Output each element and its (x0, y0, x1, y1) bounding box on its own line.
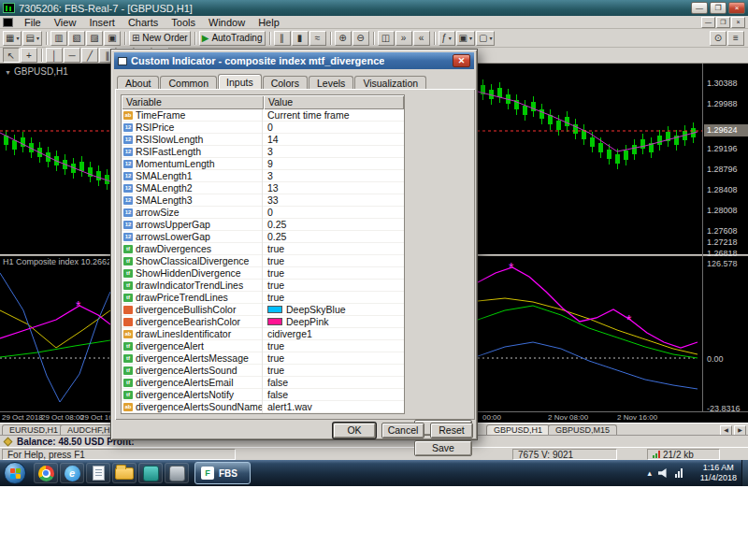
gray-app-taskbar-button[interactable] (165, 463, 189, 483)
cancel-button[interactable]: Cancel (381, 423, 424, 438)
line-chart-button[interactable]: ≈ (309, 31, 326, 46)
param-value-cell[interactable]: true (263, 255, 404, 267)
more-tools-button[interactable]: ≡ (727, 31, 744, 46)
menu-window[interactable]: Window (202, 16, 252, 29)
param-value-cell[interactable]: 0.25 (263, 231, 404, 243)
chart-window-icon[interactable] (3, 18, 13, 27)
param-row[interactable]: tfShowClassicalDivergencetrue (122, 255, 404, 267)
param-row[interactable]: abdivergenceAlertsSoundNamealert1.wav (122, 401, 404, 413)
terminal-button[interactable]: ▣ (104, 31, 121, 46)
bar-chart-button[interactable]: ∥ (274, 31, 291, 46)
param-value-cell[interactable]: DeepPink (263, 316, 404, 328)
param-value-cell[interactable]: 33 (263, 194, 404, 207)
param-value-cell[interactable]: 13 (263, 182, 404, 194)
data-window-button[interactable]: ▧ (68, 31, 85, 46)
document-taskbar-button[interactable] (86, 463, 110, 483)
param-value-cell[interactable]: 14 (263, 134, 404, 146)
start-button[interactable] (4, 462, 26, 484)
periods-button[interactable]: ▣▾ (456, 31, 475, 46)
menu-help[interactable]: Help (252, 16, 286, 29)
param-row[interactable]: tfdivergenceAlerttrue (122, 340, 404, 352)
menu-view[interactable]: View (48, 16, 83, 29)
minimize-button[interactable]: — (691, 2, 708, 14)
new-chart-button[interactable]: ▦▾ (3, 31, 22, 46)
param-value-cell[interactable]: true (263, 267, 404, 280)
auto-scroll-button[interactable]: » (396, 31, 412, 46)
tile-windows-button[interactable]: ◫ (378, 31, 395, 46)
fbs-taskbar-button[interactable]: F FBS (194, 462, 251, 484)
param-value-cell[interactable]: true (263, 280, 404, 292)
close-button[interactable]: × (728, 2, 745, 14)
volume-icon[interactable] (658, 468, 669, 478)
profiles-button[interactable]: ▤▾ (22, 31, 41, 46)
candlestick-chart-button[interactable]: ▮ (292, 31, 309, 46)
param-row[interactable]: tfdivergenceAlertsMessagetrue (122, 352, 404, 365)
param-value-cell[interactable]: alert1.wav (263, 401, 404, 413)
save-button[interactable]: Save (414, 440, 472, 456)
param-row[interactable]: 12SMALength213 (122, 182, 404, 194)
tray-expand-icon[interactable]: ▴ (647, 468, 652, 478)
menu-tools[interactable]: Tools (165, 16, 202, 29)
param-value-cell[interactable]: 3 (263, 146, 404, 158)
param-value-cell[interactable]: 3 (263, 170, 404, 182)
param-row[interactable]: 12MomentumLength9 (122, 158, 404, 170)
autotrading-button[interactable]: ▶AutoTrading (199, 31, 266, 46)
horizontal-line-button[interactable]: ─ (64, 48, 80, 63)
tab-inputs[interactable]: Inputs (218, 74, 262, 90)
param-value-cell[interactable]: cidiverge1 (263, 328, 404, 340)
param-value-cell[interactable]: 0 (263, 207, 404, 219)
param-row[interactable]: 12RSISlowLength14 (122, 134, 404, 146)
param-value-cell[interactable]: true (263, 340, 404, 352)
param-row[interactable]: 12RSIFastLength3 (122, 146, 404, 158)
tab-visualization[interactable]: Visualization (354, 76, 426, 90)
zoom-in-button[interactable]: ⊕ (335, 31, 352, 46)
cursor-button[interactable]: ↖ (3, 48, 20, 63)
vertical-line-button[interactable]: │ (46, 48, 63, 63)
dialog-close-button[interactable]: ✕ (453, 54, 470, 67)
param-row[interactable]: 12SMALength13 (122, 170, 404, 182)
menu-charts[interactable]: Charts (122, 16, 165, 29)
tab-colors[interactable]: Colors (263, 76, 308, 90)
explorer-taskbar-button[interactable] (112, 463, 137, 483)
param-value-cell[interactable]: 0 (263, 122, 404, 134)
param-row[interactable]: abTimeFrameCurrent time frame (122, 109, 404, 122)
one-click-trading-icon[interactable]: ▼ (5, 69, 11, 76)
param-row[interactable]: tfdivergenceAlertsEmailfalse (122, 377, 404, 389)
param-value-cell[interactable]: 9 (263, 158, 404, 170)
param-value-cell[interactable]: false (263, 377, 404, 389)
param-row[interactable]: divergenceBullishColorDeepSkyBlue (122, 304, 404, 316)
indicators-button[interactable]: ƒ▾ (439, 31, 455, 46)
chrome-taskbar-button[interactable] (34, 463, 58, 483)
param-value-cell[interactable]: 0.25 (263, 219, 404, 231)
taskbar-clock[interactable]: 1:16 AM 11/4/2018 (700, 463, 737, 483)
param-row[interactable]: 12arrowSize0 (122, 207, 404, 219)
child-minimize-button[interactable]: — (701, 17, 715, 28)
param-row[interactable]: abdrawLinesIdentificatorcidiverge1 (122, 328, 404, 340)
param-value-cell[interactable]: true (263, 352, 404, 365)
param-value-cell[interactable]: true (263, 365, 404, 377)
child-restore-button[interactable]: ❐ (716, 17, 730, 28)
chart-shift-button[interactable]: « (413, 31, 430, 46)
menu-insert[interactable]: Insert (82, 16, 122, 29)
menu-file[interactable]: File (18, 16, 48, 29)
dialog-titlebar[interactable]: Custom Indicator - composite index mtf_d… (114, 52, 474, 69)
param-value-cell[interactable]: true (263, 292, 404, 304)
param-row[interactable]: 12arrowsUpperGap0.25 (122, 219, 404, 231)
param-row[interactable]: tfdrawIndicatorTrendLinestrue (122, 280, 404, 292)
ok-button[interactable]: OK (333, 423, 376, 438)
tab-levels[interactable]: Levels (309, 76, 353, 90)
tab-about[interactable]: About (117, 76, 159, 90)
param-row[interactable]: 12SMALength333 (122, 194, 404, 207)
market-watch-button[interactable]: ▥ (50, 31, 67, 46)
param-row[interactable]: tfShowHiddenDivergencetrue (122, 267, 404, 280)
param-row[interactable]: divergenceBearishColorDeepPink (122, 316, 404, 328)
param-row[interactable]: tfdivergenceAlertsNotifyfalse (122, 389, 404, 401)
param-row[interactable]: tfdrawPriceTrendLinestrue (122, 292, 404, 304)
param-row[interactable]: 12RSIPrice0 (122, 122, 404, 134)
param-value-cell[interactable]: Current time frame (263, 109, 404, 122)
param-value-cell[interactable]: false (263, 389, 404, 401)
network-icon[interactable] (675, 468, 683, 478)
show-desktop-button[interactable] (741, 460, 748, 486)
trendline-button[interactable]: ╱ (81, 48, 98, 63)
new-order-button[interactable]: ⊞New Order (129, 31, 191, 46)
